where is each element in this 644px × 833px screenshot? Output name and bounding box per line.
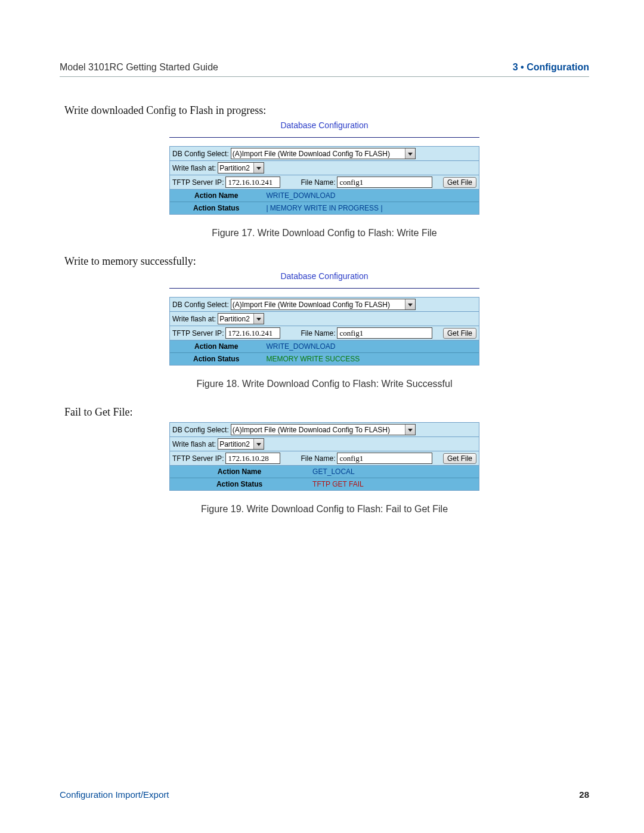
action-name-value: GET_LOCAL: [309, 466, 479, 478]
section-intro: Fail to Get File:: [64, 406, 589, 419]
write-flash-label: Write flash at:: [172, 315, 216, 323]
header-title: Model 3101RC Getting Started Guide: [60, 62, 218, 73]
write-flash-label: Write flash at:: [172, 440, 216, 448]
section-intro: Write downloaded Config to Flash in prog…: [64, 104, 589, 117]
tftp-ip-field[interactable]: 172.16.10.28: [225, 453, 280, 464]
panel-title: Database Configuration: [169, 120, 479, 130]
divider: [169, 288, 479, 289]
tftp-ip-label: TFTP Server IP:: [172, 329, 224, 337]
get-file-button[interactable]: Get File: [443, 328, 476, 339]
action-name-label: Action Name: [170, 340, 262, 352]
db-select-label: DB Config Select:: [172, 426, 229, 434]
action-name-label: Action Name: [170, 190, 262, 202]
page-number: 28: [579, 789, 589, 800]
db-select-label: DB Config Select:: [172, 301, 229, 309]
config-panel: DB Config Select:(A)Import File (Write D…: [169, 422, 479, 491]
section-intro: Write to memory successfully:: [64, 255, 589, 268]
action-status-label: Action Status: [170, 353, 262, 365]
write-flash-label: Write flash at:: [172, 164, 216, 172]
file-name-label: File Name:: [301, 178, 335, 187]
db-select-dropdown[interactable]: (A)Import File (Write Download Config To…: [231, 148, 416, 159]
header-chapter: 3 • Configuration: [513, 62, 589, 73]
config-panel: Database ConfigurationDB Config Select:(…: [169, 271, 479, 366]
get-file-button[interactable]: Get File: [443, 177, 476, 188]
get-file-button[interactable]: Get File: [443, 453, 476, 464]
write-flash-dropdown[interactable]: Partition2: [218, 162, 264, 174]
tftp-ip-field[interactable]: 172.16.10.241: [225, 176, 280, 188]
page-header: Model 3101RC Getting Started Guide 3 • C…: [60, 62, 589, 77]
footer-section: Configuration Import/Export: [60, 789, 169, 800]
db-select-label: DB Config Select:: [172, 150, 229, 158]
file-name-label: File Name:: [301, 329, 335, 337]
action-status-label: Action Status: [170, 478, 309, 490]
action-status-value: TFTP GET FAIL: [309, 478, 479, 490]
tftp-ip-field[interactable]: 172.16.10.241: [225, 327, 280, 339]
divider: [169, 137, 479, 138]
db-select-dropdown[interactable]: (A)Import File (Write Download Config To…: [231, 299, 416, 310]
action-name-value: WRITE_DOWNLOAD: [262, 190, 479, 202]
file-name-field[interactable]: config1: [337, 453, 432, 464]
page-footer: Configuration Import/Export 28: [60, 789, 589, 800]
file-name-label: File Name:: [301, 454, 335, 463]
tftp-ip-label: TFTP Server IP:: [172, 178, 224, 187]
tftp-ip-label: TFTP Server IP:: [172, 454, 224, 463]
action-name-label: Action Name: [170, 466, 309, 478]
write-flash-dropdown[interactable]: Partition2: [218, 438, 264, 450]
figure-caption: Figure 17. Write Download Config to Flas…: [60, 228, 589, 239]
action-status-value: MEMORY WRITE SUCCESS: [262, 353, 479, 365]
figure-caption: Figure 18. Write Download Config to Flas…: [60, 379, 589, 389]
action-status-value: | MEMORY WRITE IN PROGRESS |: [262, 202, 479, 214]
panel-title: Database Configuration: [169, 271, 479, 281]
figure-caption: Figure 19. Write Download Config to Flas…: [60, 504, 589, 515]
action-status-label: Action Status: [170, 202, 262, 214]
file-name-field[interactable]: config1: [337, 176, 432, 188]
action-name-value: WRITE_DOWNLOAD: [262, 340, 479, 352]
write-flash-dropdown[interactable]: Partition2: [218, 313, 264, 324]
file-name-field[interactable]: config1: [337, 327, 432, 339]
db-select-dropdown[interactable]: (A)Import File (Write Download Config To…: [231, 424, 416, 435]
config-panel: Database ConfigurationDB Config Select:(…: [169, 120, 479, 215]
